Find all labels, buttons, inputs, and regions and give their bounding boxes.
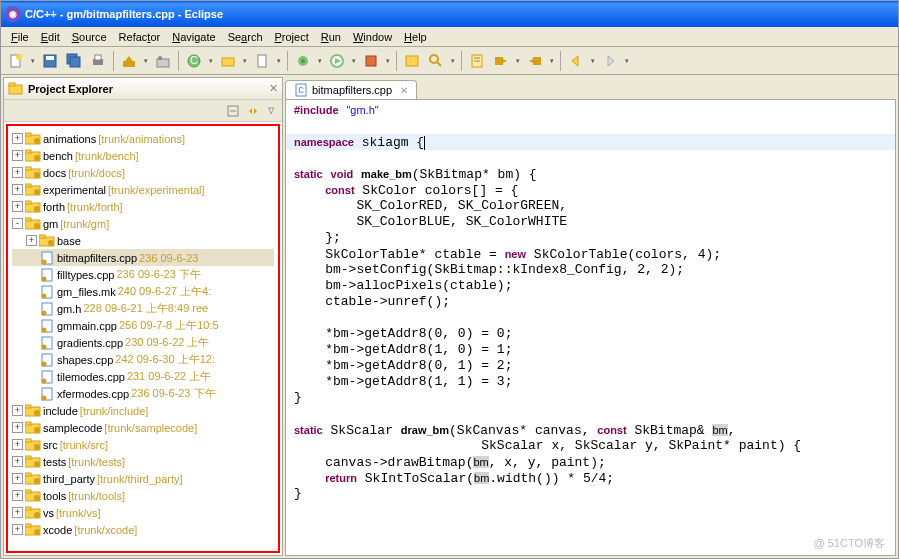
back-button[interactable] bbox=[565, 50, 587, 72]
tree-item[interactable]: xfermodes.cpp 236 09-6-23 下午 bbox=[12, 385, 274, 402]
svg-point-57 bbox=[42, 259, 47, 264]
expand-icon[interactable]: + bbox=[12, 422, 23, 433]
prev-annotation-button[interactable] bbox=[524, 50, 546, 72]
expand-icon[interactable]: + bbox=[12, 133, 23, 144]
print-button[interactable] bbox=[87, 50, 109, 72]
svg-rect-81 bbox=[25, 439, 31, 442]
tree-item[interactable]: shapes.cpp 242 09-6-30 上午12: bbox=[12, 351, 274, 368]
expand-icon[interactable]: + bbox=[12, 456, 23, 467]
tree-label: xcode bbox=[43, 524, 72, 536]
menu-window[interactable]: Window bbox=[347, 29, 398, 45]
expand-icon[interactable]: + bbox=[12, 184, 23, 195]
project-tree[interactable]: +animations [trunk/animations]+bench [tr… bbox=[6, 124, 280, 553]
expand-icon[interactable]: + bbox=[12, 524, 23, 535]
tree-item[interactable]: gm_files.mk 240 09-6-27 上午4: bbox=[12, 283, 274, 300]
expand-icon[interactable]: + bbox=[26, 235, 37, 246]
menu-project[interactable]: Project bbox=[269, 29, 315, 45]
run-button[interactable] bbox=[326, 50, 348, 72]
open-type-button[interactable] bbox=[401, 50, 423, 72]
forward-dropdown[interactable]: ▾ bbox=[623, 50, 631, 72]
tree-item[interactable]: +base bbox=[12, 232, 274, 249]
toggle-mark-button[interactable] bbox=[466, 50, 488, 72]
tree-item[interactable]: +xcode [trunk/xcode] bbox=[12, 521, 274, 538]
external-dropdown[interactable]: ▾ bbox=[384, 50, 392, 72]
tree-item[interactable]: +forth [trunk/forth] bbox=[12, 198, 274, 215]
tree-item[interactable]: +animations [trunk/animations] bbox=[12, 130, 274, 147]
save-button[interactable] bbox=[39, 50, 61, 72]
tree-item[interactable]: gradients.cpp 230 09-6-22 上午 bbox=[12, 334, 274, 351]
new-cpp-class-button[interactable]: C bbox=[183, 50, 205, 72]
svg-rect-20 bbox=[366, 56, 376, 66]
svg-rect-90 bbox=[25, 490, 31, 493]
tree-item[interactable]: +docs [trunk/docs] bbox=[12, 164, 274, 181]
code-editor[interactable]: #include "gm.h"namespace skiagm {static … bbox=[285, 99, 896, 556]
tree-item[interactable]: +tools [trunk/tools] bbox=[12, 487, 274, 504]
tree-item[interactable]: +vs [trunk/vs] bbox=[12, 504, 274, 521]
view-menu-button[interactable]: ▽ bbox=[264, 102, 278, 120]
run-dropdown[interactable]: ▾ bbox=[350, 50, 358, 72]
link-editor-button[interactable] bbox=[244, 102, 262, 120]
expand-icon[interactable]: + bbox=[12, 167, 23, 178]
menu-search[interactable]: Search bbox=[222, 29, 269, 45]
tree-item[interactable]: gmmain.cpp 256 09-7-8 上午10:5 bbox=[12, 317, 274, 334]
prev-ann-dropdown[interactable]: ▾ bbox=[548, 50, 556, 72]
new-file-dropdown[interactable]: ▾ bbox=[275, 50, 283, 72]
view-close-icon[interactable]: ✕ bbox=[269, 82, 278, 95]
menu-edit[interactable]: Edit bbox=[35, 29, 66, 45]
svg-point-91 bbox=[34, 495, 40, 501]
external-tools-button[interactable] bbox=[360, 50, 382, 72]
new-folder-dropdown[interactable]: ▾ bbox=[241, 50, 249, 72]
tree-item[interactable]: tilemodes.cpp 231 09-6-22 上午 bbox=[12, 368, 274, 385]
tree-item[interactable]: +experimental [trunk/experimental] bbox=[12, 181, 274, 198]
menu-help[interactable]: Help bbox=[398, 29, 433, 45]
collapse-all-button[interactable] bbox=[224, 102, 242, 120]
expand-icon[interactable]: + bbox=[12, 201, 23, 212]
tree-item[interactable]: bitmapfilters.cpp 236 09-6-23 bbox=[12, 249, 274, 266]
expand-icon[interactable]: + bbox=[12, 405, 23, 416]
debug-button[interactable] bbox=[292, 50, 314, 72]
tree-item[interactable]: +src [trunk/src] bbox=[12, 436, 274, 453]
expand-icon[interactable]: + bbox=[12, 507, 23, 518]
tab-close-icon[interactable]: ✕ bbox=[400, 85, 408, 96]
menu-navigate[interactable]: Navigate bbox=[166, 29, 221, 45]
new-file-button[interactable] bbox=[251, 50, 273, 72]
save-all-button[interactable] bbox=[63, 50, 85, 72]
expand-icon[interactable]: + bbox=[12, 439, 23, 450]
menu-source[interactable]: Source bbox=[66, 29, 113, 45]
new-button[interactable] bbox=[5, 50, 27, 72]
new-cpp-dropdown[interactable]: ▾ bbox=[207, 50, 215, 72]
expand-icon[interactable]: + bbox=[12, 473, 23, 484]
tree-item[interactable]: filltypes.cpp 236 09-6-23 下午 bbox=[12, 266, 274, 283]
tree-item[interactable]: gm.h 228 09-6-21 上午8:49 ree bbox=[12, 300, 274, 317]
tree-item[interactable]: -gm [trunk/gm] bbox=[12, 215, 274, 232]
folder-icon bbox=[25, 523, 41, 537]
tree-item[interactable]: +samplecode [trunk/samplecode] bbox=[12, 419, 274, 436]
menu-run[interactable]: Run bbox=[315, 29, 347, 45]
forward-button[interactable] bbox=[599, 50, 621, 72]
build-button[interactable] bbox=[118, 50, 140, 72]
tree-item[interactable]: +bench [trunk/bench] bbox=[12, 147, 274, 164]
expand-icon[interactable]: + bbox=[12, 150, 23, 161]
search-dropdown[interactable]: ▾ bbox=[449, 50, 457, 72]
editor-tab[interactable]: c bitmapfilters.cpp ✕ bbox=[285, 80, 417, 99]
tree-item[interactable]: +tests [trunk/tests] bbox=[12, 453, 274, 470]
tree-item[interactable]: +third_party [trunk/third_party] bbox=[12, 470, 274, 487]
menu-refactor[interactable]: Refactor bbox=[113, 29, 167, 45]
back-dropdown[interactable]: ▾ bbox=[589, 50, 597, 72]
expand-icon[interactable]: + bbox=[12, 490, 23, 501]
code-line: SK_ColorRED, SK_ColorGREEN, bbox=[286, 198, 895, 214]
next-ann-dropdown[interactable]: ▾ bbox=[514, 50, 522, 72]
expand-icon[interactable]: - bbox=[12, 218, 23, 229]
svg-rect-54 bbox=[39, 235, 45, 238]
debug-dropdown[interactable]: ▾ bbox=[316, 50, 324, 72]
menu-file[interactable]: File bbox=[5, 29, 35, 45]
new-folder-button[interactable] bbox=[217, 50, 239, 72]
build-dropdown[interactable]: ▾ bbox=[142, 50, 150, 72]
search-button[interactable] bbox=[425, 50, 447, 72]
tree-label: tilemodes.cpp bbox=[57, 371, 125, 383]
code-line: *bm->getAddr8(1, 1) = 3; bbox=[286, 374, 895, 390]
next-annotation-button[interactable] bbox=[490, 50, 512, 72]
build-all-button[interactable] bbox=[152, 50, 174, 72]
tree-item[interactable]: +include [trunk/include] bbox=[12, 402, 274, 419]
new-dropdown[interactable]: ▾ bbox=[29, 50, 37, 72]
